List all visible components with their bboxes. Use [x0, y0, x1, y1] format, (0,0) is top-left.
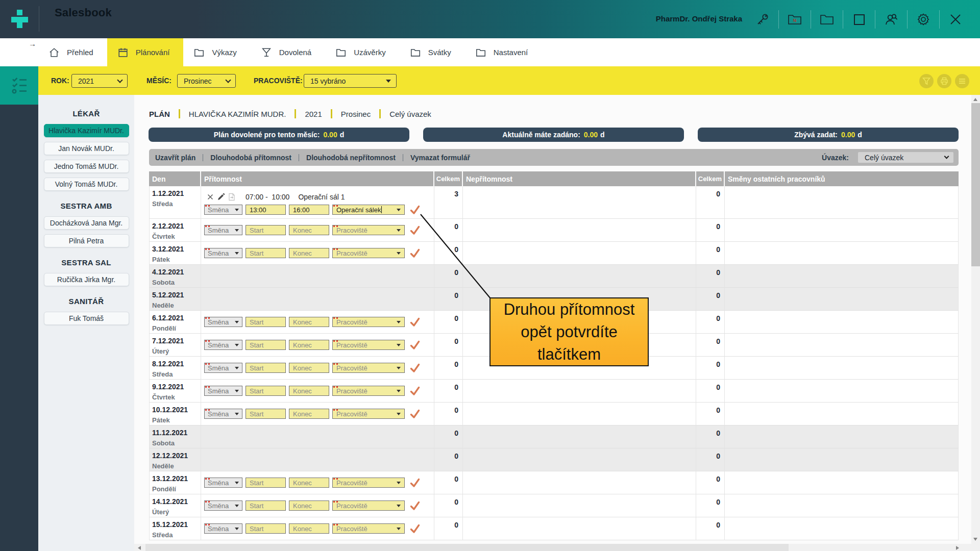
confirm-check-icon[interactable] [410, 205, 420, 215]
workplace-select[interactable]: Pracoviště [332, 363, 405, 373]
end-time-input[interactable]: Konec [289, 409, 329, 419]
vertical-scrollbar[interactable] [971, 95, 980, 551]
confirm-check-icon[interactable] [410, 317, 420, 327]
shift-select[interactable]: Směna [204, 363, 242, 373]
confirm-check-icon[interactable] [410, 363, 420, 373]
start-time-input[interactable]: Start [246, 363, 286, 373]
start-time-input[interactable]: Start [246, 478, 286, 488]
sidebar-person-button[interactable]: Docházková Jana Mgr. [44, 216, 129, 230]
sidebar-person-button[interactable]: Jedno Tomáš MUDr. [44, 160, 129, 173]
end-time-input[interactable]: Konec [289, 386, 329, 396]
scroll-right-icon[interactable] [956, 546, 959, 550]
folder-icon[interactable] [819, 12, 835, 27]
end-time-input[interactable]: Konec [289, 500, 329, 511]
shift-select[interactable]: Směna [204, 317, 242, 327]
workplace-select[interactable]: Pracoviště [332, 409, 405, 419]
confirm-check-icon[interactable] [410, 340, 420, 350]
nav-tab[interactable]: Dovolená [251, 38, 325, 66]
workplace-select[interactable]: Pracoviště [332, 523, 405, 534]
scroll-up-icon[interactable] [973, 98, 977, 101]
nav-tab[interactable]: Přehled [38, 38, 107, 66]
confirm-check-icon[interactable] [410, 225, 420, 235]
shift-select[interactable]: Směna [204, 409, 242, 419]
end-time-input[interactable]: Konec [289, 225, 329, 235]
end-time-input[interactable]: Konec [289, 363, 329, 373]
workplace-select[interactable]: Pracoviště [332, 225, 405, 235]
workplace-select[interactable]: Pracoviště [332, 340, 405, 350]
horizontal-scrollbar-thumb[interactable] [145, 544, 789, 551]
workplace-select[interactable]: Operační sálek [332, 205, 405, 215]
start-time-input[interactable]: Start [246, 340, 286, 350]
clear-form-button[interactable]: Vymazat formulář [410, 154, 470, 162]
back-arrow-icon[interactable]: → [29, 39, 36, 48]
start-time-input[interactable]: Start [246, 523, 286, 534]
start-time-input[interactable]: Start [246, 409, 286, 419]
end-time-input[interactable]: Konec [289, 478, 329, 488]
close-plan-button[interactable]: Uzavřít plán [155, 154, 195, 162]
end-time-input[interactable]: 16:00 [289, 205, 329, 215]
sidebar-person-button[interactable]: Volný Tomáš MUDr. [44, 178, 129, 191]
nav-tab[interactable]: Nastavení [465, 38, 542, 66]
copy-entry-icon[interactable] [228, 193, 236, 201]
scroll-down-icon[interactable] [973, 538, 977, 541]
confirm-check-icon[interactable] [410, 386, 420, 396]
shift-select[interactable]: Směna [204, 478, 242, 488]
filter-icon[interactable] [919, 74, 934, 88]
shift-select[interactable]: Směna [204, 205, 242, 215]
confirm-check-icon[interactable] [410, 500, 420, 511]
nav-tab[interactable]: Plánování [107, 38, 184, 66]
nav-tab[interactable]: Výkazy [183, 38, 250, 66]
confirm-check-icon[interactable] [410, 248, 420, 258]
nav-tab[interactable]: Svátky [400, 38, 465, 66]
workplace-select[interactable]: Pracoviště [332, 478, 405, 488]
shift-select[interactable]: Směna [204, 340, 242, 350]
start-time-input[interactable]: Start [246, 317, 286, 327]
uvazek-select[interactable]: Celý úvazek [858, 152, 953, 163]
key-icon[interactable] [755, 12, 770, 27]
square-icon[interactable] [851, 12, 867, 27]
mesic-select[interactable]: Prosinec [177, 74, 236, 88]
gear-icon[interactable] [916, 12, 931, 27]
end-time-input[interactable]: Konec [289, 317, 329, 327]
shift-select[interactable]: Směna [204, 225, 242, 235]
vertical-scrollbar-thumb[interactable] [971, 103, 980, 266]
sidebar-person-button[interactable]: Jan Novák MUDr. [44, 142, 129, 155]
close-icon[interactable] [948, 12, 963, 27]
nav-tab[interactable]: Uzávěrky [325, 38, 400, 66]
workplace-select[interactable]: Pracoviště [332, 248, 405, 258]
sidebar-person-button[interactable]: Ručička Jirka Mgr. [44, 273, 129, 286]
shift-select[interactable]: Směna [204, 248, 242, 258]
start-time-input[interactable]: Start [246, 386, 286, 396]
start-time-input[interactable]: Start [246, 248, 286, 258]
start-time-input[interactable]: 13:00 [246, 205, 286, 215]
rok-select[interactable]: 2021 [71, 74, 128, 88]
pracoviste-select[interactable]: 15 vybráno [304, 74, 397, 88]
sidebar-person-button[interactable]: Hlavička Kazimír MUDr. [44, 124, 129, 137]
delete-entry-icon[interactable] [206, 193, 214, 201]
shift-select[interactable]: Směna [204, 523, 242, 534]
folder-n-icon[interactable]: N [787, 12, 802, 27]
workplace-select[interactable]: Pracoviště [332, 386, 405, 396]
menu-icon[interactable] [955, 74, 969, 88]
checklist-panel-toggle[interactable] [0, 66, 38, 105]
confirm-check-icon[interactable] [410, 478, 420, 488]
sidebar-person-button[interactable]: Fuk Tomáš [44, 312, 129, 325]
shift-select[interactable]: Směna [204, 386, 242, 396]
long-term-presence-button[interactable]: Dlouhodobá přítomnost [210, 154, 291, 162]
confirm-check-icon[interactable] [410, 523, 420, 534]
long-term-absence-button[interactable]: Dlouhodobá nepřítomnost [306, 154, 396, 162]
edit-entry-icon[interactable] [217, 193, 225, 201]
workplace-select[interactable]: Pracoviště [332, 500, 405, 511]
scroll-left-icon[interactable] [138, 546, 141, 550]
horizontal-scrollbar[interactable] [134, 544, 971, 551]
print-icon[interactable] [937, 74, 951, 88]
start-time-input[interactable]: Start [246, 225, 286, 235]
shift-select[interactable]: Směna [204, 500, 242, 511]
sidebar-person-button[interactable]: Pilná Petra [44, 234, 129, 247]
workplace-select[interactable]: Pracoviště [332, 317, 405, 327]
end-time-input[interactable]: Konec [289, 340, 329, 350]
end-time-input[interactable]: Konec [289, 523, 329, 534]
confirm-check-icon[interactable] [410, 409, 420, 419]
end-time-input[interactable]: Konec [289, 248, 329, 258]
start-time-input[interactable]: Start [246, 500, 286, 511]
